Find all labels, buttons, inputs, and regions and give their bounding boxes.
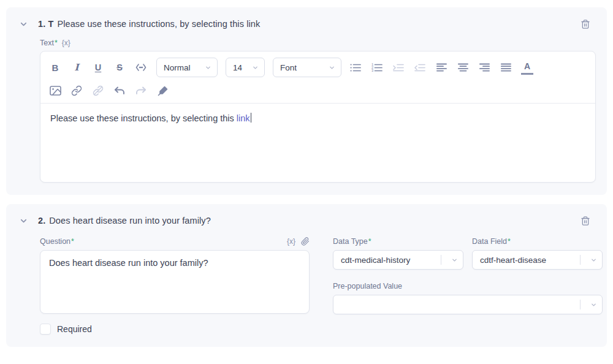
data-field-select[interactable]: cdtf-heart-disease [472, 250, 603, 270]
required-checkbox-label: Required [57, 324, 92, 334]
question-title-text: Please use these instructions, by select… [57, 19, 260, 29]
align-center-icon[interactable] [457, 60, 469, 75]
required-asterisk: * [508, 237, 511, 246]
data-field-value: cdtf-heart-disease [480, 256, 580, 265]
text-color-button[interactable]: A [521, 60, 533, 75]
chevron-down-icon [205, 64, 211, 71]
prepopulated-field: Pre-populated Value [333, 281, 603, 314]
data-field-label-row: Data Field* [472, 236, 603, 246]
editor-content-area[interactable]: Please use these instructions, by select… [40, 104, 595, 182]
align-left-icon[interactable] [435, 60, 447, 75]
chevron-down-icon [451, 257, 458, 264]
question-value: Does heart disease run into your family? [49, 258, 208, 268]
rich-text-editor: B I U S Normal 14 Font [40, 51, 596, 183]
required-asterisk: * [55, 39, 58, 47]
required-checkbox-row: Required [40, 324, 310, 335]
collapse-chevron-icon[interactable] [17, 214, 29, 227]
toolbar-row-1: B I U S Normal 14 Font [49, 58, 587, 77]
question-number: 2. [38, 216, 45, 226]
link-icon[interactable] [70, 83, 83, 98]
prepopulated-label-row: Pre-populated Value [333, 281, 603, 291]
indent-icon[interactable] [392, 60, 405, 75]
select-divider [580, 255, 581, 265]
required-asterisk: * [71, 237, 74, 246]
question-column: Question* {x} Does heart disease run int… [40, 236, 310, 335]
variable-token-button[interactable]: {x} [287, 237, 295, 246]
card-1-header: 1. TPlease use these instructions, by se… [17, 17, 596, 31]
paperclip-icon[interactable] [301, 237, 310, 246]
font-family-value: Font [280, 63, 322, 72]
font-family-select[interactable]: Font [273, 58, 341, 77]
text-caret [251, 113, 251, 123]
prepopulated-label: Pre-populated Value [333, 282, 402, 290]
chevron-down-icon [252, 64, 259, 71]
bold-button[interactable]: B [49, 60, 61, 75]
editor-link-text[interactable]: link [237, 113, 250, 123]
svg-text:3: 3 [371, 69, 373, 72]
data-type-field: Data Type* cdt-medical-history [333, 236, 463, 270]
data-type-label-row: Data Type* [333, 236, 463, 246]
question-textarea[interactable]: Does heart disease run into your family? [40, 250, 310, 314]
paragraph-style-value: Normal [164, 63, 199, 72]
chevron-down-icon [590, 301, 597, 308]
data-field-field: Data Field* cdtf-heart-disease [472, 236, 603, 270]
select-divider [441, 255, 441, 265]
editor-text: Please use these instructions, by select… [50, 113, 237, 123]
question-title-text: Does heart disease run into your family? [49, 216, 211, 226]
data-selects-row: Data Type* cdt-medical-history Data Fiel… [333, 236, 603, 270]
bullet-list-icon[interactable] [349, 60, 362, 75]
strikethrough-button[interactable]: S [113, 60, 126, 75]
question-number: 1. T [38, 19, 53, 29]
data-type-label: Data Type [333, 237, 368, 246]
question-label: Question [40, 237, 70, 246]
card-1-title: 1. TPlease use these instructions, by se… [38, 19, 260, 29]
question-form-grid: Question* {x} Does heart disease run int… [40, 236, 596, 335]
font-size-value: 14 [233, 63, 246, 72]
align-justify-icon[interactable] [500, 60, 512, 75]
card-2-title: 2.Does heart disease run into your famil… [38, 216, 211, 226]
paragraph-style-select[interactable]: Normal [156, 58, 218, 77]
data-field-label: Data Field [472, 237, 507, 246]
chevron-down-icon [329, 64, 335, 71]
collapse-chevron-icon[interactable] [17, 18, 29, 30]
data-mapping-column: Data Type* cdt-medical-history Data Fiel… [333, 236, 603, 335]
card-2-header: 2.Does heart disease run into your famil… [17, 214, 596, 227]
unlink-icon[interactable] [92, 83, 104, 98]
ordered-list-icon[interactable]: 123 [371, 60, 383, 75]
delete-question-button[interactable] [579, 17, 592, 31]
variable-token-button[interactable]: {x} [62, 39, 70, 47]
data-type-select[interactable]: cdt-medical-history [333, 250, 463, 270]
italic-button[interactable]: I [70, 60, 83, 75]
data-type-value: cdt-medical-history [341, 256, 441, 265]
question-card-1: 1. TPlease use these instructions, by se… [6, 7, 607, 195]
underline-button[interactable]: U [92, 60, 104, 75]
align-right-icon[interactable] [478, 60, 490, 75]
delete-question-button[interactable] [579, 214, 592, 227]
font-size-select[interactable]: 14 [226, 58, 265, 77]
text-field-label-row: Text* {x} [40, 39, 596, 47]
question-card-2: 2.Does heart disease run into your famil… [6, 204, 607, 347]
code-icon[interactable] [135, 60, 147, 75]
required-checkbox[interactable] [40, 324, 51, 335]
text-field-label: Text [40, 39, 54, 47]
undo-icon[interactable] [113, 83, 126, 98]
toolbar-row-2 [49, 83, 587, 98]
clear-formatting-icon[interactable] [156, 83, 169, 98]
image-icon[interactable] [49, 83, 61, 98]
outdent-icon[interactable] [414, 60, 426, 75]
required-asterisk: * [368, 237, 371, 246]
prepopulated-select[interactable] [333, 295, 603, 314]
redo-icon[interactable] [135, 83, 147, 98]
editor-toolbar: B I U S Normal 14 Font [40, 51, 595, 104]
chevron-down-icon [590, 257, 597, 264]
question-label-row: Question* {x} [40, 236, 310, 246]
select-divider [580, 300, 581, 309]
